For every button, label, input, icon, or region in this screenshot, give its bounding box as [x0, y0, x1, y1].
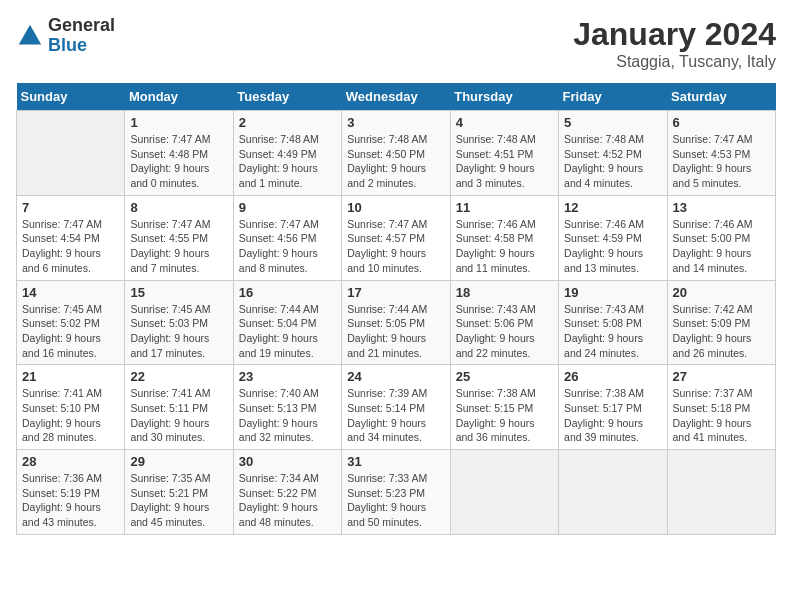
calendar-cell: 21Sunrise: 7:41 AM Sunset: 5:10 PM Dayli…	[17, 365, 125, 450]
day-info: Sunrise: 7:41 AM Sunset: 5:11 PM Dayligh…	[130, 386, 227, 445]
calendar-cell: 18Sunrise: 7:43 AM Sunset: 5:06 PM Dayli…	[450, 280, 558, 365]
calendar-cell: 5Sunrise: 7:48 AM Sunset: 4:52 PM Daylig…	[559, 111, 667, 196]
calendar-cell: 30Sunrise: 7:34 AM Sunset: 5:22 PM Dayli…	[233, 450, 341, 535]
day-info: Sunrise: 7:47 AM Sunset: 4:55 PM Dayligh…	[130, 217, 227, 276]
logo: General Blue	[16, 16, 115, 56]
weekday-saturday: Saturday	[667, 83, 775, 111]
title-section: January 2024 Staggia, Tuscany, Italy	[573, 16, 776, 71]
calendar-cell: 11Sunrise: 7:46 AM Sunset: 4:58 PM Dayli…	[450, 195, 558, 280]
day-number: 23	[239, 369, 336, 384]
day-info: Sunrise: 7:39 AM Sunset: 5:14 PM Dayligh…	[347, 386, 444, 445]
calendar-cell: 6Sunrise: 7:47 AM Sunset: 4:53 PM Daylig…	[667, 111, 775, 196]
day-number: 24	[347, 369, 444, 384]
weekday-row: SundayMondayTuesdayWednesdayThursdayFrid…	[17, 83, 776, 111]
calendar-cell: 23Sunrise: 7:40 AM Sunset: 5:13 PM Dayli…	[233, 365, 341, 450]
weekday-tuesday: Tuesday	[233, 83, 341, 111]
calendar-cell: 3Sunrise: 7:48 AM Sunset: 4:50 PM Daylig…	[342, 111, 450, 196]
svg-marker-0	[19, 25, 41, 45]
day-info: Sunrise: 7:45 AM Sunset: 5:03 PM Dayligh…	[130, 302, 227, 361]
weekday-wednesday: Wednesday	[342, 83, 450, 111]
weekday-friday: Friday	[559, 83, 667, 111]
day-info: Sunrise: 7:47 AM Sunset: 4:57 PM Dayligh…	[347, 217, 444, 276]
day-info: Sunrise: 7:37 AM Sunset: 5:18 PM Dayligh…	[673, 386, 770, 445]
day-number: 28	[22, 454, 119, 469]
calendar-cell: 4Sunrise: 7:48 AM Sunset: 4:51 PM Daylig…	[450, 111, 558, 196]
day-info: Sunrise: 7:40 AM Sunset: 5:13 PM Dayligh…	[239, 386, 336, 445]
calendar-cell: 27Sunrise: 7:37 AM Sunset: 5:18 PM Dayli…	[667, 365, 775, 450]
day-number: 12	[564, 200, 661, 215]
day-info: Sunrise: 7:48 AM Sunset: 4:50 PM Dayligh…	[347, 132, 444, 191]
day-number: 31	[347, 454, 444, 469]
day-info: Sunrise: 7:35 AM Sunset: 5:21 PM Dayligh…	[130, 471, 227, 530]
calendar-cell: 24Sunrise: 7:39 AM Sunset: 5:14 PM Dayli…	[342, 365, 450, 450]
day-info: Sunrise: 7:47 AM Sunset: 4:48 PM Dayligh…	[130, 132, 227, 191]
weekday-thursday: Thursday	[450, 83, 558, 111]
day-number: 14	[22, 285, 119, 300]
day-info: Sunrise: 7:46 AM Sunset: 4:59 PM Dayligh…	[564, 217, 661, 276]
logo-general: General	[48, 16, 115, 36]
week-row-4: 21Sunrise: 7:41 AM Sunset: 5:10 PM Dayli…	[17, 365, 776, 450]
day-number: 29	[130, 454, 227, 469]
day-info: Sunrise: 7:48 AM Sunset: 4:49 PM Dayligh…	[239, 132, 336, 191]
calendar-cell: 14Sunrise: 7:45 AM Sunset: 5:02 PM Dayli…	[17, 280, 125, 365]
day-number: 25	[456, 369, 553, 384]
calendar-cell: 8Sunrise: 7:47 AM Sunset: 4:55 PM Daylig…	[125, 195, 233, 280]
calendar-cell: 31Sunrise: 7:33 AM Sunset: 5:23 PM Dayli…	[342, 450, 450, 535]
day-number: 30	[239, 454, 336, 469]
day-info: Sunrise: 7:38 AM Sunset: 5:15 PM Dayligh…	[456, 386, 553, 445]
day-info: Sunrise: 7:42 AM Sunset: 5:09 PM Dayligh…	[673, 302, 770, 361]
calendar-cell: 19Sunrise: 7:43 AM Sunset: 5:08 PM Dayli…	[559, 280, 667, 365]
day-info: Sunrise: 7:47 AM Sunset: 4:53 PM Dayligh…	[673, 132, 770, 191]
day-number: 5	[564, 115, 661, 130]
calendar-cell: 17Sunrise: 7:44 AM Sunset: 5:05 PM Dayli…	[342, 280, 450, 365]
day-number: 10	[347, 200, 444, 215]
calendar-cell: 13Sunrise: 7:46 AM Sunset: 5:00 PM Dayli…	[667, 195, 775, 280]
calendar-cell: 10Sunrise: 7:47 AM Sunset: 4:57 PM Dayli…	[342, 195, 450, 280]
day-info: Sunrise: 7:46 AM Sunset: 4:58 PM Dayligh…	[456, 217, 553, 276]
day-number: 3	[347, 115, 444, 130]
calendar-cell: 22Sunrise: 7:41 AM Sunset: 5:11 PM Dayli…	[125, 365, 233, 450]
calendar-cell	[17, 111, 125, 196]
day-info: Sunrise: 7:44 AM Sunset: 5:05 PM Dayligh…	[347, 302, 444, 361]
calendar-cell: 16Sunrise: 7:44 AM Sunset: 5:04 PM Dayli…	[233, 280, 341, 365]
day-info: Sunrise: 7:47 AM Sunset: 4:56 PM Dayligh…	[239, 217, 336, 276]
day-number: 18	[456, 285, 553, 300]
day-info: Sunrise: 7:43 AM Sunset: 5:08 PM Dayligh…	[564, 302, 661, 361]
day-number: 26	[564, 369, 661, 384]
page-header: General Blue January 2024 Staggia, Tusca…	[16, 16, 776, 71]
day-number: 1	[130, 115, 227, 130]
day-info: Sunrise: 7:43 AM Sunset: 5:06 PM Dayligh…	[456, 302, 553, 361]
calendar-table: SundayMondayTuesdayWednesdayThursdayFrid…	[16, 83, 776, 535]
day-number: 11	[456, 200, 553, 215]
day-info: Sunrise: 7:47 AM Sunset: 4:54 PM Dayligh…	[22, 217, 119, 276]
calendar-cell: 9Sunrise: 7:47 AM Sunset: 4:56 PM Daylig…	[233, 195, 341, 280]
day-number: 21	[22, 369, 119, 384]
logo-icon	[16, 22, 44, 50]
day-number: 22	[130, 369, 227, 384]
day-number: 7	[22, 200, 119, 215]
day-info: Sunrise: 7:38 AM Sunset: 5:17 PM Dayligh…	[564, 386, 661, 445]
day-info: Sunrise: 7:33 AM Sunset: 5:23 PM Dayligh…	[347, 471, 444, 530]
day-info: Sunrise: 7:36 AM Sunset: 5:19 PM Dayligh…	[22, 471, 119, 530]
day-number: 4	[456, 115, 553, 130]
logo-blue: Blue	[48, 36, 115, 56]
week-row-2: 7Sunrise: 7:47 AM Sunset: 4:54 PM Daylig…	[17, 195, 776, 280]
day-number: 2	[239, 115, 336, 130]
calendar-cell: 28Sunrise: 7:36 AM Sunset: 5:19 PM Dayli…	[17, 450, 125, 535]
day-info: Sunrise: 7:48 AM Sunset: 4:51 PM Dayligh…	[456, 132, 553, 191]
day-info: Sunrise: 7:44 AM Sunset: 5:04 PM Dayligh…	[239, 302, 336, 361]
day-number: 17	[347, 285, 444, 300]
calendar-cell	[667, 450, 775, 535]
calendar-cell: 7Sunrise: 7:47 AM Sunset: 4:54 PM Daylig…	[17, 195, 125, 280]
day-number: 9	[239, 200, 336, 215]
calendar-cell: 26Sunrise: 7:38 AM Sunset: 5:17 PM Dayli…	[559, 365, 667, 450]
day-number: 6	[673, 115, 770, 130]
calendar-cell: 25Sunrise: 7:38 AM Sunset: 5:15 PM Dayli…	[450, 365, 558, 450]
calendar-cell	[559, 450, 667, 535]
week-row-1: 1Sunrise: 7:47 AM Sunset: 4:48 PM Daylig…	[17, 111, 776, 196]
calendar-header: SundayMondayTuesdayWednesdayThursdayFrid…	[17, 83, 776, 111]
calendar-cell	[450, 450, 558, 535]
day-number: 27	[673, 369, 770, 384]
week-row-3: 14Sunrise: 7:45 AM Sunset: 5:02 PM Dayli…	[17, 280, 776, 365]
day-info: Sunrise: 7:45 AM Sunset: 5:02 PM Dayligh…	[22, 302, 119, 361]
